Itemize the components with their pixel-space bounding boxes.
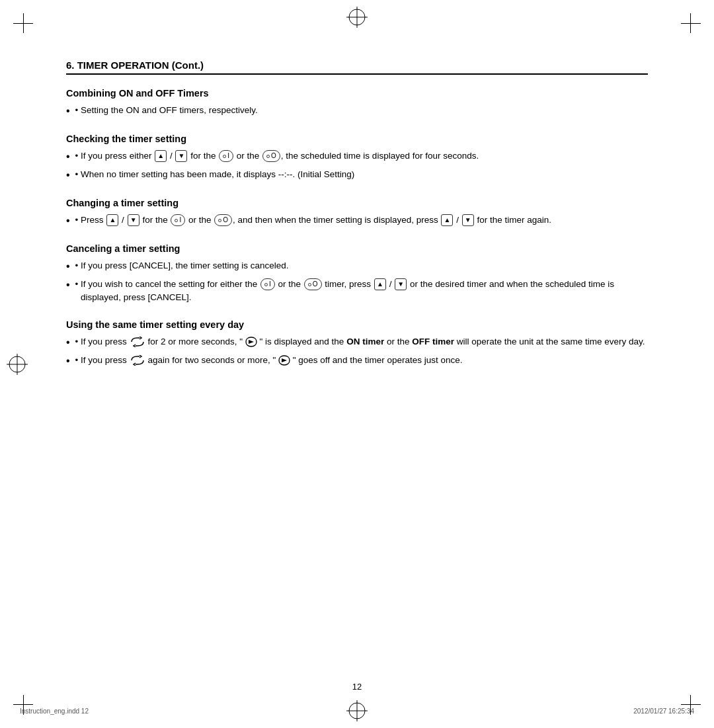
bullet-changing-1: Press ▲ / ▼ for the I or the O, and then… [81,214,648,227]
bullet-checking-2: When no timer setting has been made, it … [81,168,648,181]
reg-mark-left [5,352,29,376]
repeat-icon [130,337,145,347]
up-arrow-icon: ▲ [155,150,167,162]
crop-mark-top-left [13,13,40,40]
bullet-list-checking: • If you press either ▲ / ▼ for the I or… [66,149,648,183]
list-item: • Setting the ON and OFF timers, respect… [66,104,648,119]
repeat-icon [130,355,145,366]
on-timer-label: ON timer [346,337,384,346]
bullet-checking-1: If you press either ▲ / ▼ for the I or t… [81,149,648,163]
down-arrow-icon: ▼ [128,214,139,226]
bottom-right-text: 2012/01/27 16:25:34 [633,708,694,715]
page-footer: 12 [0,682,714,692]
list-item: • If you wish to cancel the setting for … [66,278,648,305]
bullet-everyday-1: If you press for 2 or more seconds, " [81,335,648,348]
bullet-everyday-2: If you press again for two seconds or mo… [81,354,648,367]
subsection-title-checking: Checking the timer setting [66,134,648,144]
section-title: 6. TIMER OPERATION (Cont.) [66,60,648,75]
off-timer-label: OFF timer [412,337,454,346]
list-item: • Press ▲ / ▼ for the I or the O, and th… [66,214,648,229]
bullet-list-changing: • Press ▲ / ▼ for the I or the O, and th… [66,214,648,229]
timer-on-icon: I [219,150,233,162]
section-checking: Checking the timer setting • If you pres… [66,134,648,183]
up-arrow-icon: ▲ [441,214,453,226]
list-item: • If you press for 2 or m [66,335,648,350]
bullet-list-combining: • Setting the ON and OFF timers, respect… [66,104,648,119]
content-area: 6. TIMER OPERATION (Cont.) Combining ON … [66,60,648,369]
timer-off-icon: O [214,214,232,226]
section-canceling: Canceling a timer setting • If you press… [66,243,648,305]
subsection-title-everyday: Using the same timer setting every day [66,319,648,330]
page-number: 12 [352,682,362,692]
up-arrow-icon: ▲ [106,214,118,226]
bullet-canceling-1: If you press [CANCEL], the timer setting… [81,259,648,272]
section-everyday: Using the same timer setting every day •… [66,319,648,369]
timer-on-icon: I [171,214,185,226]
list-item: • If you press again for two seconds or [66,354,648,369]
down-arrow-icon: ▼ [462,214,474,226]
reg-mark-bottom [345,699,369,723]
up-arrow-icon: ▲ [374,278,386,290]
list-item: • If you press either ▲ / ▼ for the I or… [66,149,648,165]
subsection-title-changing: Changing a timer setting [66,198,648,208]
timer-off-icon: O [262,150,280,162]
down-arrow-icon: ▼ [175,150,187,162]
bullet-list-everyday: • If you press for 2 or m [66,335,648,369]
list-item: • If you press [CANCEL], the timer setti… [66,259,648,274]
subsection-title-combining: Combining ON and OFF Timers [66,88,648,99]
section-changing: Changing a timer setting • Press ▲ / ▼ f… [66,198,648,229]
bottom-left-text: Instruction_eng.indd 12 [20,708,89,715]
page-container: 6. TIMER OPERATION (Cont.) Combining ON … [0,0,714,728]
bullet-combining-1: Setting the ON and OFF timers, respectiv… [81,104,648,117]
reg-mark-top [345,5,369,29]
bullet-list-canceling: • If you press [CANCEL], the timer setti… [66,259,648,305]
timer-on-icon: I [260,278,275,290]
timer-off-icon: O [304,278,322,290]
subsection-title-canceling: Canceling a timer setting [66,243,648,254]
crop-mark-top-right [674,13,701,40]
down-arrow-icon: ▼ [395,278,407,290]
bullet-canceling-2: If you wish to cancel the setting for ei… [81,278,648,305]
section-combining: Combining ON and OFF Timers • Setting th… [66,88,648,119]
list-item: • When no timer setting has been made, i… [66,168,648,183]
